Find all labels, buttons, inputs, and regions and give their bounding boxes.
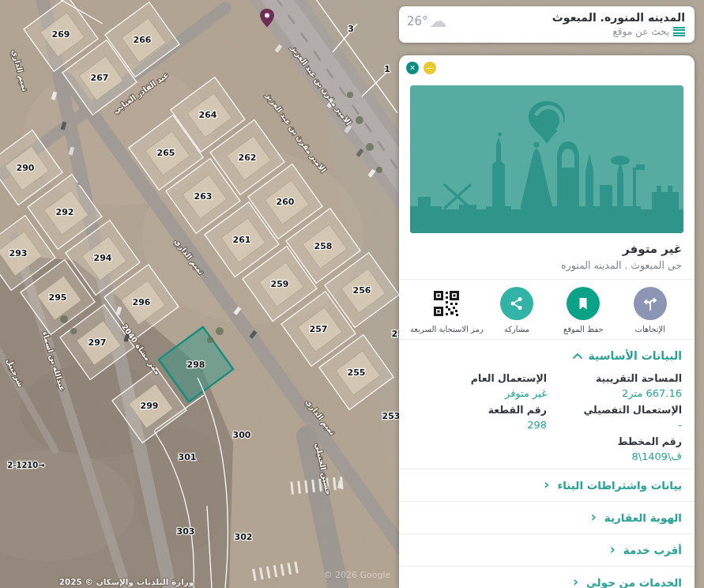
parcel-label: 258 [314,241,333,251]
chevron-up-icon [573,353,582,359]
qr-code-button[interactable]: رمز الاستجابة السريعة [410,287,484,334]
parcel-label: 267 [91,73,109,83]
parcel-label: 302 [235,532,253,542]
top-bar: 26° ☁ المدينه المنوره. المبعوث بحث عن مو… [399,6,695,43]
minimize-button[interactable]: — [424,62,436,74]
app-window: 2692662672902922932942952962972642652622… [0,0,704,588]
save-location-button[interactable]: حفظ الموقع [550,287,616,334]
close-button[interactable]: ✕ [406,62,419,74]
field-plan-number: رقم المخطط ف\1409\8 [547,435,682,462]
qr-code-label: رمز الاستجابة السريعة [410,325,484,334]
search-location-button[interactable]: بحث عن موقع [552,26,685,37]
parcel-label: 264 [199,110,217,120]
page-title: المدينه المنوره. المبعوث [552,11,685,24]
parcel-label: 292 [56,207,74,217]
bookmark-icon [567,287,600,320]
temperature-label: 26° [407,14,428,28]
basic-data-title: البيانات الأساسية [589,349,682,362]
parcel-label: 301 [179,452,197,462]
parcel-label: 255 [348,368,366,378]
field-detailed-use: الإستعمال التفصيلي - [547,404,682,431]
search-label: بحث عن موقع [612,26,669,37]
parcel-label: 1 [384,64,390,74]
directions-label: الإتجاهات [635,325,666,334]
chevron-left-icon: ‹ [544,478,549,492]
parcel-label: 303 [177,526,195,537]
parcel-label: 295 [49,292,67,303]
parcel-label: 260 [277,197,295,207]
skyline-illustration [410,85,683,233]
section-basic-data: البيانات الأساسية المساحة التقريبية 667.… [399,340,695,469]
share-label: مشاركة [504,325,529,334]
address-text: حى المبعوث . المدينه المنوره [412,259,682,271]
field-parcel-number: رقم القطعة 298 [412,404,547,431]
chevron-left-icon: ‹ [591,511,597,524]
parcel-label: 293 [9,248,28,258]
google-watermark: © 2026 Google [324,570,391,580]
share-icon [500,287,533,320]
action-buttons: الإتجاهات حفظ الموقع مشاركة [399,280,695,339]
save-location-label: حفظ الموقع [563,325,604,334]
parcel-label: 265 [157,148,175,158]
placeholder-image [410,85,683,233]
parcel-label: 253 [382,411,401,421]
weather-widget: 26° ☁ [407,13,447,29]
parcel-label: 3 [348,24,354,34]
parcel-label: 269 [52,29,70,40]
map-copyright: وزارة البلديات والإسكان © 2025 [59,577,194,587]
section-building-conditions[interactable]: بيانات واشتراطات البناء ‹ [399,469,695,501]
qr-code-icon [430,287,463,320]
parcel-label: 300 [233,430,251,440]
chevron-left-icon: ‹ [610,543,616,556]
basic-data-header[interactable]: البيانات الأساسية [412,349,682,362]
section-nearest-service[interactable]: أقرب خدمة ‹ [399,534,695,566]
section-real-estate-identity[interactable]: الهوية العقارية ‹ [399,502,695,533]
directions-button[interactable]: الإتجاهات [617,287,683,334]
chevron-left-icon: ‹ [573,575,578,588]
parcel-label: 262 [239,153,257,163]
parcel-label: 263 [194,191,213,202]
parcel-label: 294 [94,253,112,263]
field-general-use: الإستعمال العام غير متوفر [412,372,547,399]
parcel-label: 290 [17,163,35,173]
directions-icon [634,287,667,320]
details-panel: ✕ — غير متوفر حى الم [399,55,695,588]
basic-data-fields: المساحة التقريبية 667.16 متر2 الإستعمال … [412,372,682,462]
parcel-label: 2-1210→ [7,461,44,469]
field-approx-area: المساحة التقريبية 667.16 متر2 [547,372,682,399]
status-text: غير متوفر [412,242,682,256]
parcel-label: 299 [141,401,159,411]
parcel-label: 297 [88,337,107,348]
parcel-label: 296 [133,297,151,307]
parcel-label: 261 [233,235,251,245]
parcel-label: 259 [271,279,289,289]
cloud-icon: ☁ [430,13,447,29]
parcel-label: 256 [353,285,371,296]
parcel-label: 257 [310,324,328,334]
menu-icon [673,27,685,36]
share-button[interactable]: مشاركة [484,287,550,334]
parcel-label: 266 [134,35,152,45]
section-services-around-me[interactable]: الخدمات من حولي ‹ [399,567,695,588]
parcel-label: 298 [187,360,205,370]
